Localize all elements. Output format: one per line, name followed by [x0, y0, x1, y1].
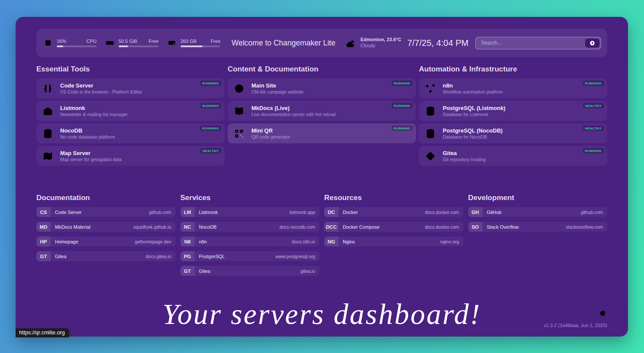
status-badge: RUNNING — [583, 148, 604, 153]
bookmark-link-gitea[interactable]: GT Gitea gitea.io — [180, 266, 320, 276]
link-status-tooltip: https://qr.cmlite.org — [16, 328, 69, 337]
bookmark-link-mkdocs-material[interactable]: MD MkDocs Material squidfunk.github.io — [36, 222, 176, 232]
service-card-postgresql-listmonk[interactable]: PostgreSQL (Listmonk) Database for Listm… — [419, 101, 607, 121]
bookmark-name: Gitea — [55, 254, 66, 259]
service-description: CM-lite campaign website — [251, 89, 303, 95]
bookmark-name: Code Server — [55, 210, 82, 215]
bookmark-groups: Documentation CS Code Server github.com … — [36, 187, 607, 281]
braces-icon — [42, 83, 54, 94]
bookmark-section-services: Services LM Listmonk listmonk.app NC Noc… — [180, 187, 320, 281]
service-card-n8n[interactable]: n8n Workflow automation platform RUNNING — [419, 78, 607, 98]
memory-label: Free — [148, 39, 158, 44]
search-engine-icon — [589, 40, 595, 46]
bookmark-link-docker[interactable]: DC Docker docs.docker.com — [324, 207, 464, 217]
datetime-label: 7/7/25, 4:04 PM — [407, 38, 468, 48]
search-button[interactable] — [585, 39, 599, 48]
bookmark-url: docs.docker.com — [425, 210, 459, 215]
bookmark-link-homepage[interactable]: HP Homepage gethomepage.dev — [36, 236, 176, 246]
service-name: PostgreSQL (Listmonk) — [443, 105, 506, 112]
status-badge: HEALTHY — [583, 126, 604, 131]
service-section-automation-infrastructure: Automation & Infrastructure n8n Workflow… — [419, 58, 607, 168]
git-icon — [425, 150, 436, 162]
bookmark-url: docs.gitea.io — [146, 254, 171, 259]
bookmark-abbr: NG — [324, 236, 338, 246]
bookmark-abbr: DCC — [324, 222, 338, 232]
service-card-code-server[interactable]: Code Server VS Code in the browser - Pla… — [36, 78, 225, 98]
dashboard-window: 16% CPU 50.5 GiB Free — [16, 17, 628, 337]
bookmark-abbr: CS — [36, 207, 51, 217]
weather-condition: Cloudy — [361, 43, 401, 49]
cloud-sun-icon — [345, 37, 357, 49]
status-badge: RUNNING — [200, 103, 222, 108]
version-label: v1.3.2 (1a46baa, Jun 1, 2025) — [544, 323, 607, 328]
service-name: Code Server — [60, 82, 142, 89]
bookmark-link-postgresql[interactable]: PG PostgreSQL www.postgresql.org — [180, 251, 320, 261]
service-card-listmonk[interactable]: Listmonk Newsletter & mailing list manag… — [36, 101, 225, 121]
bookmark-abbr: LM — [180, 207, 195, 217]
bookmark-url: github.com — [581, 210, 603, 215]
database-icon — [425, 105, 436, 117]
section-title: Automation & Infrastructure — [419, 65, 607, 74]
service-card-map-server[interactable]: Map Server Map server for geospatial dat… — [36, 146, 225, 166]
bookmark-url: listmonk.app — [290, 210, 315, 215]
refresh-button[interactable] — [599, 310, 606, 318]
weather-widget: Edmonton, 23.6°C Cloudy — [345, 37, 401, 49]
bookmark-abbr: DC — [324, 207, 338, 217]
bookmark-section-development: Development GH GitHub github.com SO Stac… — [468, 187, 608, 236]
bookmark-link-nginx[interactable]: NG Nginx nginx.org — [324, 236, 464, 246]
service-description: Map server for geospatial data — [60, 157, 122, 162]
service-description: Newsletter & mailing list manager — [60, 112, 128, 117]
refresh-icon — [599, 310, 606, 317]
service-card-nocodb[interactable]: NocoDB No-code database platform RUNNING — [36, 123, 225, 143]
service-description: Git repository hosting — [443, 157, 486, 162]
service-section-content-documentation: Content & Documentation Main Site CM-lit… — [228, 58, 416, 146]
service-card-mini-qr[interactable]: Mini QR QR code generator RUNNING — [228, 123, 416, 143]
service-groups: Essential Tools Code Server VS Code in t… — [36, 58, 607, 168]
bookmark-abbr: N8 — [180, 236, 195, 246]
disk-label: Free — [210, 39, 220, 44]
bookmark-link-github[interactable]: GH GitHub github.com — [468, 207, 608, 217]
mail-icon — [42, 105, 54, 117]
service-name: NocoDB — [60, 127, 115, 134]
bookmark-link-gitea[interactable]: GT Gitea docs.gitea.io — [36, 251, 176, 261]
status-badge: RUNNING — [583, 81, 604, 86]
status-badge: RUNNING — [392, 103, 413, 108]
bookmark-link-listmonk[interactable]: LM Listmonk listmonk.app — [180, 207, 320, 217]
bookmark-link-n8n[interactable]: N8 n8n docs.n8n.io — [180, 236, 320, 246]
service-description: VS Code in the browser - Platform Editor — [60, 89, 142, 95]
bookmark-abbr: PG — [180, 251, 195, 261]
service-card-gitea[interactable]: Gitea Git repository hosting RUNNING — [419, 146, 607, 166]
service-card-postgresql-nocodb[interactable]: PostgreSQL (NocoDB) Database for NocoDB … — [419, 123, 607, 143]
tagline: Your servers dashboard! — [36, 298, 607, 330]
resource-widgets: 16% CPU 50.5 GiB Free — [43, 38, 220, 48]
disk-icon — [167, 38, 177, 48]
status-badge: HEALTHY — [200, 148, 221, 153]
cpu-icon — [43, 38, 53, 48]
search-input[interactable] — [475, 37, 601, 49]
bookmark-url: docs.n8n.io — [292, 239, 315, 244]
bookmark-url: squidfunk.github.io — [133, 224, 171, 230]
memory-value: 50.5 GiB — [119, 39, 137, 44]
service-name: PostgreSQL (NocoDB) — [443, 127, 502, 134]
bookmark-url: stackoverflow.com — [566, 224, 603, 230]
bookmark-abbr: GH — [468, 207, 483, 217]
service-card-main-site[interactable]: Main Site CM-lite campaign website RUNNI… — [228, 78, 416, 98]
service-name: Map Server — [60, 150, 122, 157]
status-badge: RUNNING — [392, 81, 413, 86]
bookmark-url: nginx.org — [440, 239, 459, 244]
bookmark-name: Docker — [343, 210, 358, 215]
qr-icon — [233, 128, 245, 139]
service-card-mkdocs-live[interactable]: MkDocs (Live) Live documentation server … — [228, 101, 416, 121]
workflow-icon — [425, 83, 436, 94]
bookmark-name: Gitea — [199, 269, 210, 274]
status-badge: RUNNING — [392, 126, 413, 131]
bookmark-link-nocodb[interactable]: NC NocoDB docs.nocodb.com — [180, 222, 320, 232]
cpu-widget: 16% CPU — [43, 38, 97, 48]
bookmark-link-stack-overflow[interactable]: SO Stack Overflow stackoverflow.com — [468, 222, 608, 232]
service-description: Database for Listmonk — [443, 112, 506, 117]
bookmark-link-docker-compose[interactable]: DCC Docker Compose docs.docker.com — [324, 222, 464, 232]
header-bar: 16% CPU 50.5 GiB Free — [36, 29, 607, 57]
bookmark-section-documentation: Documentation CS Code Server github.com … — [36, 187, 176, 266]
bookmark-abbr: GT — [180, 266, 195, 276]
bookmark-link-code-server[interactable]: CS Code Server github.com — [36, 207, 176, 217]
